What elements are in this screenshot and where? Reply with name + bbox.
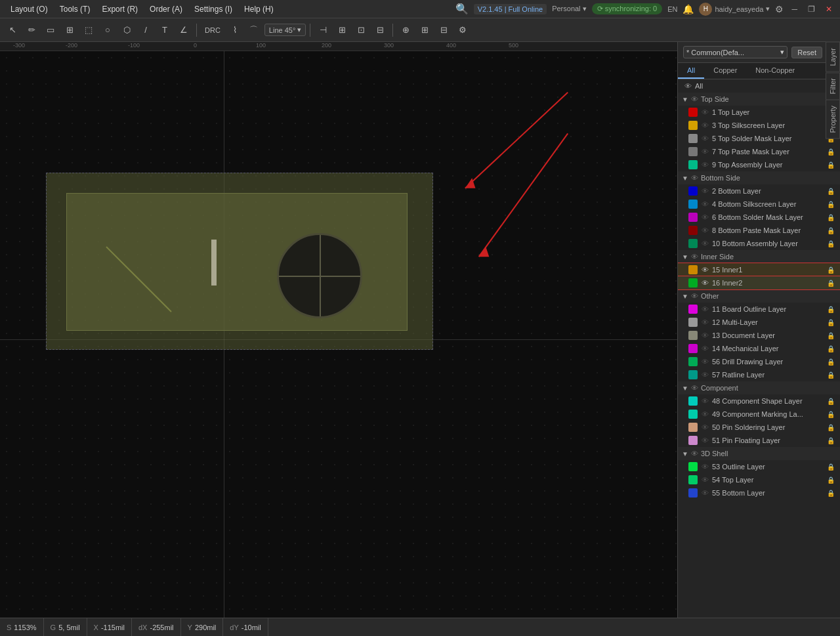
pcb-canvas[interactable] (0, 51, 677, 618)
visibility-6[interactable]: 👁 (700, 213, 709, 222)
layer-row-10[interactable]: 👁 10 Bottom Assembly Layer 🔒 (678, 237, 840, 250)
arc-tool[interactable]: ⌒ (245, 22, 262, 39)
align-left-tool[interactable]: ⊣ (314, 22, 331, 39)
lock-9[interactable]: 🔒 (827, 161, 835, 169)
lock-7[interactable]: 🔒 (827, 148, 835, 156)
visibility-other[interactable]: 👁 (691, 292, 698, 300)
group-header-top-side[interactable]: ▼ 👁 Top Side (678, 93, 840, 106)
visibility-57[interactable]: 👁 (700, 370, 709, 379)
angle-tool[interactable]: ∠ (175, 22, 192, 39)
visibility-16[interactable]: 👁 (700, 278, 709, 287)
visibility-11[interactable]: 👁 (700, 305, 709, 314)
layer-row-15[interactable]: 👁 15 Inner1 🔒 (678, 263, 840, 276)
rect-tool[interactable]: ▭ (42, 22, 59, 39)
line-tool[interactable]: / (137, 22, 154, 39)
settings-icon[interactable]: ⚙ (775, 4, 784, 14)
reset-button[interactable]: Reset (791, 47, 822, 58)
layer-row-48[interactable]: 👁 48 Component Shape Layer 🔒 (678, 394, 840, 408)
collapse-bottom-side[interactable]: ▼ (682, 175, 688, 182)
layer-row-13[interactable]: 👁 13 Document Layer 🔒 (678, 329, 840, 342)
layer-list[interactable]: ▼ 👁 Top Side 👁 1 Top Layer 🔒 👁 3 Top Sil… (678, 93, 840, 618)
layer-row-all[interactable]: 👁 All 🔒 (678, 79, 840, 93)
settings-tool[interactable]: ⚙ (454, 22, 471, 39)
select-area-tool[interactable]: ⊞ (61, 22, 78, 39)
layer-row-4[interactable]: 👁 4 Bottom Silkscreen Layer 🔒 (678, 198, 840, 211)
lock-50[interactable]: 🔒 (827, 424, 835, 431)
collapse-inner-side[interactable]: ▼ (682, 253, 688, 261)
layer-row-8[interactable]: 👁 8 Bottom Paste Mask Layer 🔒 (678, 224, 840, 237)
visibility-14[interactable]: 👁 (700, 344, 709, 353)
lock-54[interactable]: 🔒 (827, 477, 835, 484)
layer-row-3[interactable]: 👁 3 Top Silkscreen Layer 🔒 (678, 119, 840, 132)
visibility-top-side[interactable]: 👁 (691, 95, 698, 103)
filter-tab-copper[interactable]: Copper (704, 63, 746, 79)
visibility-49[interactable]: 👁 (700, 410, 709, 419)
visibility-9[interactable]: 👁 (700, 160, 709, 169)
visibility-3dshell[interactable]: 👁 (691, 450, 698, 457)
group-header-other[interactable]: ▼ 👁 Other (678, 289, 840, 303)
user-area[interactable]: H haidy_easyeda ▾ (699, 3, 770, 16)
visibility-50[interactable]: 👁 (700, 423, 709, 432)
lock-11[interactable]: 🔒 (827, 306, 835, 313)
filter-tab-all[interactable]: All (678, 63, 704, 79)
layer-row-9[interactable]: 👁 9 Top Assembly Layer 🔒 (678, 158, 840, 171)
drc-button[interactable]: DRC (201, 22, 224, 39)
minimize-icon[interactable]: ─ (789, 5, 800, 14)
text-tool[interactable]: T (156, 22, 173, 39)
lock-13[interactable]: 🔒 (827, 332, 835, 339)
visibility-8[interactable]: 👁 (700, 226, 709, 235)
layer-row-5[interactable]: 👁 5 Top Solder Mask Layer 🔒 (678, 132, 840, 145)
visibility-12[interactable]: 👁 (700, 318, 709, 327)
lock-6[interactable]: 🔒 (827, 214, 835, 221)
layer-row-55[interactable]: 👁 55 Bottom Layer 🔒 (678, 486, 840, 499)
collapse-3dshell[interactable]: ▼ (682, 450, 688, 457)
layer-row-6[interactable]: 👁 6 Bottom Solder Mask Layer 🔒 (678, 211, 840, 224)
place-image-tool[interactable]: ⊞ (416, 22, 433, 39)
menu-export[interactable]: Export (R) (96, 3, 143, 16)
canvas-area[interactable]: -300 -200 -100 0 100 200 300 400 500 (0, 42, 677, 618)
menu-tools[interactable]: Tools (T) (54, 3, 96, 16)
filter-tab-noncopper[interactable]: Non-Copper (746, 63, 804, 79)
group-tool[interactable]: ⊡ (352, 22, 369, 39)
layer-row-2[interactable]: 👁 2 Bottom Layer 🔒 (678, 184, 840, 198)
line-style-selector[interactable]: Line 45° ▾ (264, 24, 306, 36)
layer-row-50[interactable]: 👁 50 Pin Soldering Layer 🔒 (678, 421, 840, 434)
visibility-7[interactable]: 👁 (700, 147, 709, 156)
visibility-56[interactable]: 👁 (700, 357, 709, 366)
group-header-3dshell[interactable]: ▼ 👁 3D Shell (678, 447, 840, 460)
collapse-other[interactable]: ▼ (682, 293, 688, 300)
transform-tool[interactable]: ⬚ (80, 22, 97, 39)
lock-2[interactable]: 🔒 (827, 188, 835, 195)
menu-layout[interactable]: Layout (O) (5, 3, 53, 16)
lock-4[interactable]: 🔒 (827, 201, 835, 208)
visibility-55[interactable]: 👁 (700, 488, 709, 498)
close-icon[interactable]: ✕ (823, 5, 835, 14)
layer-row-16[interactable]: 👁 16 Inner2 🔒 (678, 276, 840, 289)
vtab-filter[interactable]: Filter (826, 72, 840, 100)
visibility-13[interactable]: 👁 (700, 331, 709, 340)
ellipse-tool[interactable]: ○ (99, 22, 116, 39)
menu-settings[interactable]: Settings (I) (189, 3, 238, 16)
layer-row-1[interactable]: 👁 1 Top Layer 🔒 (678, 106, 840, 119)
lock-12[interactable]: 🔒 (827, 319, 835, 326)
lock-16[interactable]: 🔒 (827, 280, 835, 287)
vtab-property[interactable]: Property (826, 100, 840, 139)
visibility-48[interactable]: 👁 (700, 396, 709, 406)
lock-51[interactable]: 🔒 (827, 437, 835, 444)
visibility-all[interactable]: 👁 (683, 81, 692, 91)
lang-label[interactable]: EN (667, 5, 677, 13)
draw-tool[interactable]: ✏ (23, 22, 40, 39)
visibility-15[interactable]: 👁 (700, 265, 709, 274)
ungroup-tool[interactable]: ⊟ (371, 22, 388, 39)
visibility-5[interactable]: 👁 (700, 134, 709, 143)
group-header-bottom-side[interactable]: ▼ 👁 Bottom Side (678, 171, 840, 184)
visibility-2[interactable]: 👁 (700, 186, 709, 196)
lock-10[interactable]: 🔒 (827, 240, 835, 247)
visibility-bottom-side[interactable]: 👁 (691, 174, 698, 182)
preset-selector[interactable]: * Common(Defa... ▾ (683, 46, 788, 58)
layer-row-57[interactable]: 👁 57 Ratline Layer 🔒 (678, 368, 840, 381)
lock-49[interactable]: 🔒 (827, 411, 835, 418)
menu-help[interactable]: Help (H) (239, 3, 279, 16)
lock-48[interactable]: 🔒 (827, 398, 835, 405)
visibility-4[interactable]: 👁 (700, 200, 709, 209)
